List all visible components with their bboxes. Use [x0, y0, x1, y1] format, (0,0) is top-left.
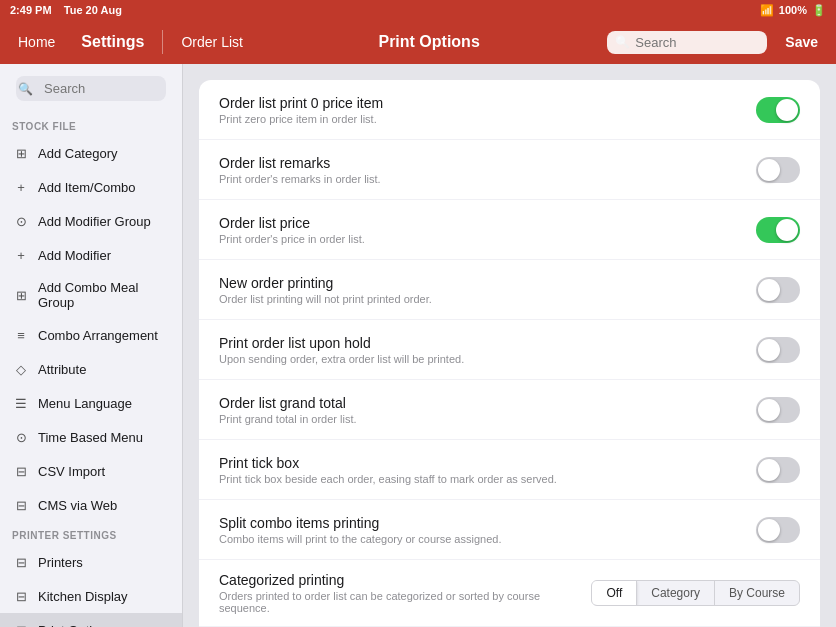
sidebar-item-icon-add-item-combo: + [12, 178, 30, 196]
setting-control-new-order-printing [756, 277, 800, 303]
setting-title-order-list-print-0-price: Order list print 0 price item [219, 95, 740, 111]
toggle-knob-new-order-printing [758, 279, 780, 301]
toggle-knob-order-list-remarks [758, 159, 780, 181]
setting-row-order-list-print-0-price: Order list print 0 price itemPrint zero … [199, 80, 820, 140]
toggle-order-list-price[interactable] [756, 217, 800, 243]
setting-control-print-tick-box [756, 457, 800, 483]
toggle-split-combo-items-printing[interactable] [756, 517, 800, 543]
setting-title-new-order-printing: New order printing [219, 275, 740, 291]
sidebar-item-label-time-based-menu: Time Based Menu [38, 430, 143, 445]
battery-indicator: 100% [779, 4, 807, 16]
setting-control-split-combo-items-printing [756, 517, 800, 543]
sidebar-item-print-options[interactable]: ⊟Print Options [0, 613, 182, 627]
setting-desc-order-list-remarks: Print order's remarks in order list. [219, 173, 740, 185]
sidebar-item-icon-add-combo-meal-group: ⊞ [12, 286, 30, 304]
save-button[interactable]: Save [777, 30, 826, 54]
sidebar-item-icon-time-based-menu: ⊙ [12, 428, 30, 446]
setting-info-order-list-price: Order list pricePrint order's price in o… [219, 215, 740, 245]
sidebar-item-label-add-modifier-group: Add Modifier Group [38, 214, 151, 229]
toggle-knob-order-list-price [776, 219, 798, 241]
sidebar-item-add-modifier[interactable]: +Add Modifier [0, 238, 182, 272]
toggle-order-list-remarks[interactable] [756, 157, 800, 183]
toggle-print-order-list-upon-hold[interactable] [756, 337, 800, 363]
setting-info-new-order-printing: New order printingOrder list printing wi… [219, 275, 740, 305]
sidebar-item-kitchen-display[interactable]: ⊟Kitchen Display [0, 579, 182, 613]
header-divider [162, 30, 163, 54]
setting-title-print-tick-box: Print tick box [219, 455, 740, 471]
setting-desc-new-order-printing: Order list printing will not print print… [219, 293, 740, 305]
sidebar-item-add-combo-meal-group[interactable]: ⊞Add Combo Meal Group [0, 272, 182, 318]
toggle-new-order-printing[interactable] [756, 277, 800, 303]
sidebar-item-label-menu-language: Menu Language [38, 396, 132, 411]
setting-row-order-list-grand-total: Order list grand totalPrint grand total … [199, 380, 820, 440]
setting-row-order-list-remarks: Order list remarksPrint order's remarks … [199, 140, 820, 200]
sidebar-item-menu-language[interactable]: ☰Menu Language [0, 386, 182, 420]
setting-desc-order-list-price: Print order's price in order list. [219, 233, 740, 245]
setting-row-split-combo-items-printing: Split combo items printingCombo items wi… [199, 500, 820, 560]
toggle-order-list-grand-total[interactable] [756, 397, 800, 423]
toggle-print-tick-box[interactable] [756, 457, 800, 483]
status-time-date: 2:49 PM Tue 20 Aug [10, 4, 122, 16]
segmented-btn-categorized-printing-category[interactable]: Category [637, 581, 715, 605]
setting-desc-split-combo-items-printing: Combo items will print to the category o… [219, 533, 740, 545]
sidebar-item-icon-menu-language: ☰ [12, 394, 30, 412]
toggle-knob-order-list-grand-total [758, 399, 780, 421]
setting-desc-order-list-grand-total: Print grand total in order list. [219, 413, 740, 425]
sidebar-sections: STOCK FILE⊞Add Category+Add Item/Combo⊙A… [0, 113, 182, 627]
sidebar-item-add-item-combo[interactable]: +Add Item/Combo [0, 170, 182, 204]
sidebar-item-time-based-menu[interactable]: ⊙Time Based Menu [0, 420, 182, 454]
toggle-knob-order-list-print-0-price [776, 99, 798, 121]
segmented-btn-categorized-printing-by-course[interactable]: By Course [715, 581, 799, 605]
sidebar-item-icon-csv-import: ⊟ [12, 462, 30, 480]
setting-info-print-tick-box: Print tick boxPrint tick box beside each… [219, 455, 740, 485]
setting-info-split-combo-items-printing: Split combo items printingCombo items wi… [219, 515, 740, 545]
status-time: 2:49 PM [10, 4, 52, 16]
settings-button[interactable]: Settings [73, 29, 152, 55]
status-indicators: 📶 100% 🔋 [760, 4, 826, 17]
setting-title-split-combo-items-printing: Split combo items printing [219, 515, 740, 531]
sidebar-item-icon-kitchen-display: ⊟ [12, 587, 30, 605]
toggle-knob-split-combo-items-printing [758, 519, 780, 541]
header-search-input[interactable] [607, 31, 767, 54]
setting-row-order-list-price: Order list pricePrint order's price in o… [199, 200, 820, 260]
sidebar-item-icon-add-modifier-group: ⊙ [12, 212, 30, 230]
setting-info-order-list-print-0-price: Order list print 0 price itemPrint zero … [219, 95, 740, 125]
sidebar-search-input[interactable] [16, 76, 166, 101]
setting-row-new-order-printing: New order printingOrder list printing wi… [199, 260, 820, 320]
segmented-btn-categorized-printing-off[interactable]: Off [592, 581, 637, 605]
sidebar-item-icon-printers: ⊟ [12, 553, 30, 571]
home-button[interactable]: Home [10, 30, 63, 54]
toggle-knob-print-order-list-upon-hold [758, 339, 780, 361]
sidebar-item-csv-import[interactable]: ⊟CSV Import [0, 454, 182, 488]
order-list-button[interactable]: Order List [173, 30, 250, 54]
setting-info-order-list-remarks: Order list remarksPrint order's remarks … [219, 155, 740, 185]
sidebar-item-label-print-options: Print Options [38, 623, 113, 628]
sidebar-item-icon-add-modifier: + [12, 246, 30, 264]
sidebar-item-add-category[interactable]: ⊞Add Category [0, 136, 182, 170]
sidebar-item-icon-print-options: ⊟ [12, 621, 30, 627]
sidebar-item-label-csv-import: CSV Import [38, 464, 105, 479]
setting-control-order-list-remarks [756, 157, 800, 183]
toggle-knob-print-tick-box [758, 459, 780, 481]
setting-info-order-list-grand-total: Order list grand totalPrint grand total … [219, 395, 740, 425]
status-bar: 2:49 PM Tue 20 Aug 📶 100% 🔋 [0, 0, 836, 20]
sidebar-item-label-add-modifier: Add Modifier [38, 248, 111, 263]
sidebar-item-attribute[interactable]: ◇Attribute [0, 352, 182, 386]
sidebar-item-label-combo-arrangement: Combo Arrangement [38, 328, 158, 343]
sidebar-item-cms-via-web[interactable]: ⊟CMS via Web [0, 488, 182, 522]
sidebar-item-add-modifier-group[interactable]: ⊙Add Modifier Group [0, 204, 182, 238]
sidebar-item-icon-attribute: ◇ [12, 360, 30, 378]
segmented-categorized-printing: OffCategoryBy Course [591, 580, 800, 606]
sidebar-item-combo-arrangement[interactable]: ≡Combo Arrangement [0, 318, 182, 352]
settings-card: Order list print 0 price itemPrint zero … [199, 80, 820, 627]
setting-control-order-list-grand-total [756, 397, 800, 423]
sidebar-item-label-cms-via-web: CMS via Web [38, 498, 117, 513]
sidebar-item-icon-cms-via-web: ⊟ [12, 496, 30, 514]
sidebar-item-label-add-item-combo: Add Item/Combo [38, 180, 136, 195]
setting-title-order-list-remarks: Order list remarks [219, 155, 740, 171]
header-search-wrapper: 🔍 [607, 31, 767, 54]
wifi-icon: 📶 [760, 4, 774, 17]
status-date: Tue 20 Aug [64, 4, 122, 16]
toggle-order-list-print-0-price[interactable] [756, 97, 800, 123]
sidebar-item-printers[interactable]: ⊟Printers [0, 545, 182, 579]
